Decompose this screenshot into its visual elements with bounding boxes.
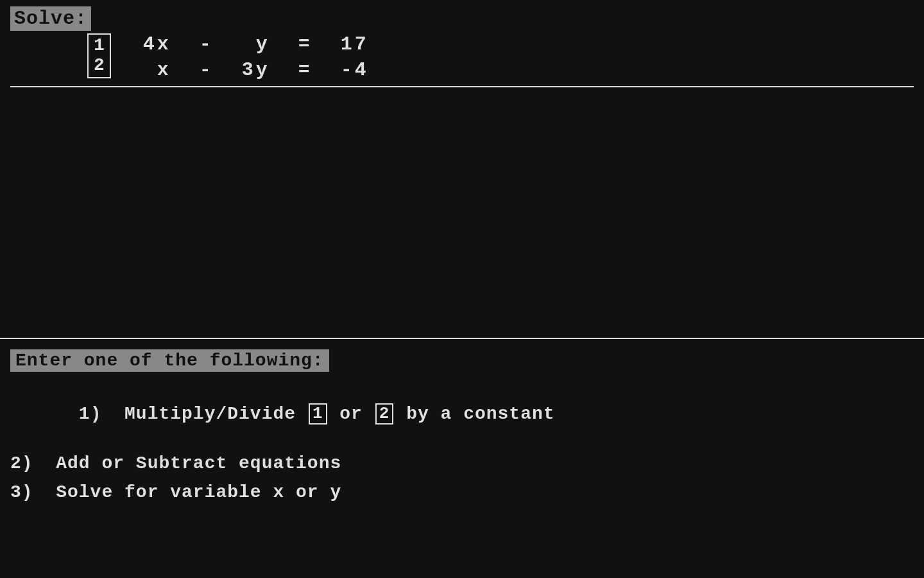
top-section: Solve: 1 2 4x - y = 17 x - 3y = -4 [0, 0, 924, 87]
menu-item-3: 3) Solve for variable x or y [10, 482, 914, 502]
solve-label: Solve: [10, 6, 91, 31]
menu-item-2: 2) Add or Subtract equations [10, 453, 914, 473]
middle-section [0, 87, 924, 338]
prompt-label: Enter one of the following: [10, 349, 329, 372]
equation-1: 4x - y = 17 [143, 33, 369, 55]
equation-block: 1 2 4x - y = 17 x - 3y = -4 [10, 33, 914, 81]
menu-item-1: 1) Multiply/Divide 1 or 2 by a constant [10, 383, 914, 444]
option1-eq1-box: 1 [309, 403, 327, 425]
equation-2: x - 3y = -4 [143, 59, 369, 81]
option1-post: by a constant [395, 404, 554, 424]
equation-number: 1 2 [87, 33, 111, 78]
screen: Solve: 1 2 4x - y = 17 x - 3y = -4 Enter… [0, 0, 924, 578]
option1-pre: 1) Multiply/Divide [79, 404, 307, 424]
equations-container: 4x - y = 17 x - 3y = -4 [143, 33, 369, 81]
option1-eq2-box: 2 [375, 403, 394, 425]
eq-num-bottom: 2 [94, 56, 105, 76]
bottom-section: Enter one of the following: 1) Multiply/… [0, 339, 924, 502]
eq-num-top: 1 [94, 36, 105, 56]
option1-mid: or [329, 404, 374, 424]
top-divider [10, 86, 914, 87]
